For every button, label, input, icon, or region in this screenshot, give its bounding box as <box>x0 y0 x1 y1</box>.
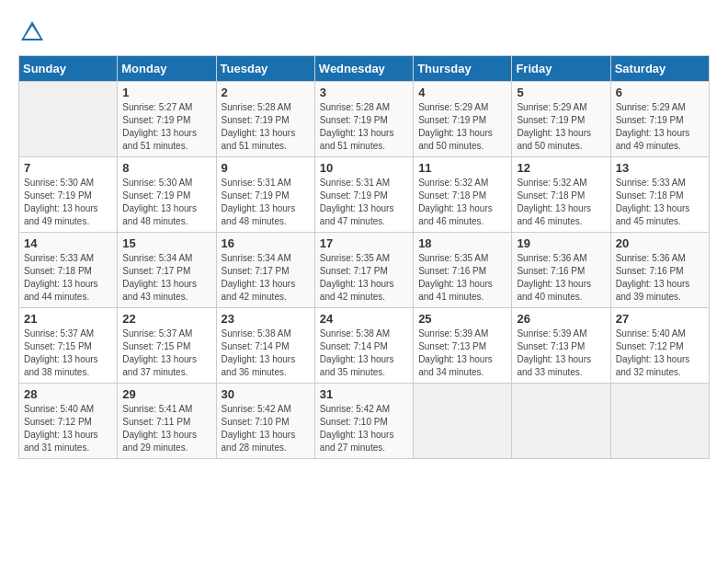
calendar-cell: 5 Sunrise: 5:29 AMSunset: 7:19 PMDayligh… <box>512 82 610 157</box>
page-header <box>18 18 710 46</box>
day-info: Sunrise: 5:30 AMSunset: 7:19 PMDaylight:… <box>122 177 210 228</box>
calendar-cell: 15 Sunrise: 5:34 AMSunset: 7:17 PMDaylig… <box>118 233 216 308</box>
week-row-1: 1 Sunrise: 5:27 AMSunset: 7:19 PMDayligh… <box>19 82 710 157</box>
day-number: 24 <box>320 312 408 326</box>
calendar-cell: 4 Sunrise: 5:29 AMSunset: 7:19 PMDayligh… <box>414 82 512 157</box>
week-row-4: 21 Sunrise: 5:37 AMSunset: 7:15 PMDaylig… <box>19 308 710 384</box>
day-number: 28 <box>24 387 112 401</box>
week-row-3: 14 Sunrise: 5:33 AMSunset: 7:18 PMDaylig… <box>19 233 710 308</box>
day-info: Sunrise: 5:34 AMSunset: 7:17 PMDaylight:… <box>222 252 310 304</box>
day-number: 31 <box>320 387 408 401</box>
calendar-cell: 9 Sunrise: 5:31 AMSunset: 7:19 PMDayligh… <box>216 157 314 233</box>
day-info: Sunrise: 5:29 AMSunset: 7:19 PMDaylight:… <box>616 101 704 153</box>
calendar-cell: 13 Sunrise: 5:33 AMSunset: 7:18 PMDaylig… <box>610 157 709 233</box>
day-number: 11 <box>418 161 506 175</box>
day-header-tuesday: Tuesday <box>216 56 314 82</box>
day-info: Sunrise: 5:29 AMSunset: 7:19 PMDaylight:… <box>418 101 506 153</box>
day-info: Sunrise: 5:31 AMSunset: 7:19 PMDaylight:… <box>222 177 310 228</box>
calendar-cell: 23 Sunrise: 5:38 AMSunset: 7:14 PMDaylig… <box>216 308 314 384</box>
day-number: 1 <box>122 86 210 99</box>
day-number: 3 <box>320 86 408 99</box>
day-info: Sunrise: 5:38 AMSunset: 7:14 PMDaylight:… <box>320 327 408 379</box>
day-number: 5 <box>517 86 605 99</box>
day-header-monday: Monday <box>118 56 216 82</box>
day-number: 18 <box>418 236 506 250</box>
calendar-cell: 14 Sunrise: 5:33 AMSunset: 7:18 PMDaylig… <box>19 233 118 308</box>
day-number: 15 <box>122 236 210 250</box>
day-info: Sunrise: 5:34 AMSunset: 7:17 PMDaylight:… <box>122 252 210 304</box>
day-header-saturday: Saturday <box>610 56 709 82</box>
day-info: Sunrise: 5:28 AMSunset: 7:19 PMDaylight:… <box>320 101 408 153</box>
day-number: 20 <box>616 236 704 250</box>
day-info: Sunrise: 5:39 AMSunset: 7:13 PMDaylight:… <box>418 327 506 379</box>
day-number: 6 <box>616 86 704 99</box>
day-info: Sunrise: 5:27 AMSunset: 7:19 PMDaylight:… <box>122 101 210 153</box>
day-info: Sunrise: 5:30 AMSunset: 7:19 PMDaylight:… <box>24 177 112 228</box>
week-row-5: 28 Sunrise: 5:40 AMSunset: 7:12 PMDaylig… <box>19 384 710 459</box>
day-number: 23 <box>222 312 310 326</box>
day-info: Sunrise: 5:28 AMSunset: 7:19 PMDaylight:… <box>222 101 310 153</box>
day-info: Sunrise: 5:41 AMSunset: 7:11 PMDaylight:… <box>122 403 210 454</box>
day-header-thursday: Thursday <box>414 56 512 82</box>
calendar-cell: 31 Sunrise: 5:42 AMSunset: 7:10 PMDaylig… <box>314 384 413 459</box>
day-number: 26 <box>517 312 605 326</box>
calendar-cell: 26 Sunrise: 5:39 AMSunset: 7:13 PMDaylig… <box>512 308 610 384</box>
day-number: 9 <box>222 161 310 175</box>
day-info: Sunrise: 5:33 AMSunset: 7:18 PMDaylight:… <box>616 177 704 228</box>
day-header-wednesday: Wednesday <box>314 56 413 82</box>
day-number: 8 <box>122 161 210 175</box>
calendar-cell: 30 Sunrise: 5:42 AMSunset: 7:10 PMDaylig… <box>216 384 314 459</box>
calendar-cell: 24 Sunrise: 5:38 AMSunset: 7:14 PMDaylig… <box>314 308 413 384</box>
day-info: Sunrise: 5:42 AMSunset: 7:10 PMDaylight:… <box>320 403 408 454</box>
logo <box>18 18 50 46</box>
day-number: 12 <box>517 161 605 175</box>
day-number: 30 <box>222 387 310 401</box>
calendar-cell <box>414 384 512 459</box>
calendar-cell: 8 Sunrise: 5:30 AMSunset: 7:19 PMDayligh… <box>118 157 216 233</box>
header-row: SundayMondayTuesdayWednesdayThursdayFrid… <box>19 56 710 82</box>
day-number: 14 <box>24 236 112 250</box>
calendar-cell: 20 Sunrise: 5:36 AMSunset: 7:16 PMDaylig… <box>610 233 709 308</box>
day-number: 2 <box>222 86 310 99</box>
calendar-cell: 25 Sunrise: 5:39 AMSunset: 7:13 PMDaylig… <box>414 308 512 384</box>
week-row-2: 7 Sunrise: 5:30 AMSunset: 7:19 PMDayligh… <box>19 157 710 233</box>
day-info: Sunrise: 5:36 AMSunset: 7:16 PMDaylight:… <box>616 252 704 304</box>
calendar-cell: 29 Sunrise: 5:41 AMSunset: 7:11 PMDaylig… <box>118 384 216 459</box>
day-number: 10 <box>320 161 408 175</box>
calendar-cell: 28 Sunrise: 5:40 AMSunset: 7:12 PMDaylig… <box>19 384 118 459</box>
calendar-cell: 12 Sunrise: 5:32 AMSunset: 7:18 PMDaylig… <box>512 157 610 233</box>
calendar-cell: 3 Sunrise: 5:28 AMSunset: 7:19 PMDayligh… <box>314 82 413 157</box>
calendar-cell <box>512 384 610 459</box>
calendar-cell: 1 Sunrise: 5:27 AMSunset: 7:19 PMDayligh… <box>118 82 216 157</box>
day-info: Sunrise: 5:42 AMSunset: 7:10 PMDaylight:… <box>222 403 310 454</box>
calendar-cell: 21 Sunrise: 5:37 AMSunset: 7:15 PMDaylig… <box>19 308 118 384</box>
day-info: Sunrise: 5:37 AMSunset: 7:15 PMDaylight:… <box>24 327 112 379</box>
day-info: Sunrise: 5:40 AMSunset: 7:12 PMDaylight:… <box>616 327 704 379</box>
day-number: 27 <box>616 312 704 326</box>
day-number: 22 <box>122 312 210 326</box>
calendar-cell: 16 Sunrise: 5:34 AMSunset: 7:17 PMDaylig… <box>216 233 314 308</box>
calendar-cell: 27 Sunrise: 5:40 AMSunset: 7:12 PMDaylig… <box>610 308 709 384</box>
day-info: Sunrise: 5:39 AMSunset: 7:13 PMDaylight:… <box>517 327 605 379</box>
day-number: 29 <box>122 387 210 401</box>
day-number: 19 <box>517 236 605 250</box>
day-info: Sunrise: 5:31 AMSunset: 7:19 PMDaylight:… <box>320 177 408 228</box>
calendar-table: SundayMondayTuesdayWednesdayThursdayFrid… <box>18 55 710 459</box>
day-info: Sunrise: 5:32 AMSunset: 7:18 PMDaylight:… <box>517 177 605 228</box>
calendar-cell: 17 Sunrise: 5:35 AMSunset: 7:17 PMDaylig… <box>314 233 413 308</box>
calendar-cell: 11 Sunrise: 5:32 AMSunset: 7:18 PMDaylig… <box>414 157 512 233</box>
day-info: Sunrise: 5:35 AMSunset: 7:16 PMDaylight:… <box>418 252 506 304</box>
day-info: Sunrise: 5:40 AMSunset: 7:12 PMDaylight:… <box>24 403 112 454</box>
day-info: Sunrise: 5:35 AMSunset: 7:17 PMDaylight:… <box>320 252 408 304</box>
day-info: Sunrise: 5:38 AMSunset: 7:14 PMDaylight:… <box>222 327 310 379</box>
day-number: 4 <box>418 86 506 99</box>
calendar-cell: 18 Sunrise: 5:35 AMSunset: 7:16 PMDaylig… <box>414 233 512 308</box>
day-header-sunday: Sunday <box>19 56 118 82</box>
day-number: 7 <box>24 161 112 175</box>
day-number: 13 <box>616 161 704 175</box>
calendar-cell <box>610 384 709 459</box>
day-header-friday: Friday <box>512 56 610 82</box>
day-number: 17 <box>320 236 408 250</box>
day-info: Sunrise: 5:37 AMSunset: 7:15 PMDaylight:… <box>122 327 210 379</box>
logo-icon <box>18 18 46 46</box>
